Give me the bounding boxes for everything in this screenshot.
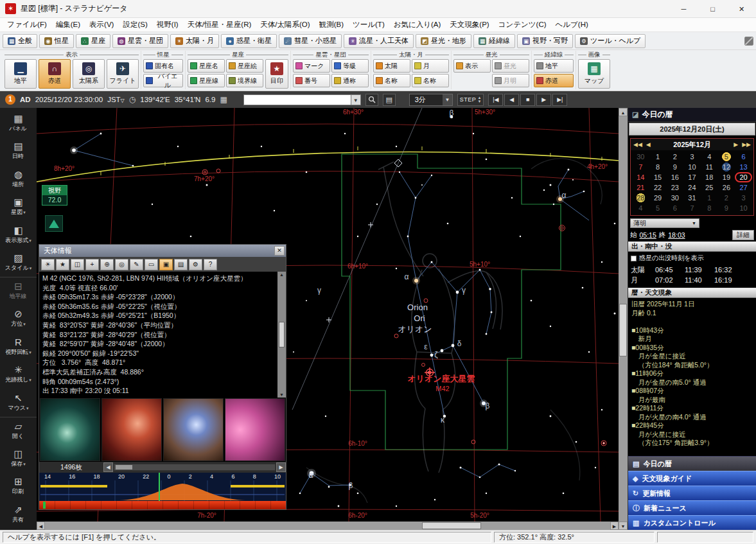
calendar-day[interactable]: 16: [666, 172, 683, 182]
info-badge[interactable]: 1: [5, 94, 15, 105]
vertical-scrollbar[interactable]: ▲ ▼: [619, 108, 628, 530]
calendar-prev-year-icon[interactable]: ◀◀: [633, 141, 643, 148]
scrollbar-thumb[interactable]: [116, 465, 132, 469]
info-tool-button[interactable]: ⚙: [189, 259, 202, 270]
toolbar-toggle-button[interactable]: 表示: [453, 59, 491, 73]
menu-item[interactable]: 表示(V): [85, 19, 118, 31]
calendar-day[interactable]: 20: [735, 172, 752, 182]
calendar-day[interactable]: 6: [666, 203, 683, 213]
step-control[interactable]: STEP ▲▼: [457, 94, 484, 106]
tab-category-button[interactable]: ∴星座: [76, 34, 110, 48]
panel-nav-button[interactable]: ▥カスタムコントロール: [628, 515, 756, 530]
toolbar-toggle-button[interactable]: 番号: [293, 74, 330, 87]
scroll-right-icon[interactable]: ▶: [610, 522, 619, 530]
info-tool-button[interactable]: ?: [204, 259, 217, 270]
calendar-day[interactable]: 6: [735, 152, 752, 162]
sidebar-item[interactable]: ◧表示形式▾: [0, 221, 37, 249]
menu-item[interactable]: コンテンツ(C): [494, 19, 551, 31]
tab-category-button[interactable]: ◍星雲・星団: [112, 34, 168, 48]
sidebar-item[interactable]: ▣星図▾: [0, 193, 37, 222]
tab-category-button[interactable]: ●惑星・衛星: [221, 34, 277, 48]
sidebar-item[interactable]: ⊞印刷: [0, 473, 37, 501]
calendar-day[interactable]: 8: [701, 203, 718, 213]
calendar-day[interactable]: 4: [632, 203, 649, 213]
toolbar-toggle-button[interactable]: 星座名: [188, 59, 225, 73]
calendar-day[interactable]: 26: [718, 182, 735, 193]
info-tool-button[interactable]: ◎: [115, 259, 128, 270]
calendar-day[interactable]: 13: [735, 162, 752, 172]
toolbar-toggle-button[interactable]: 通称: [331, 74, 369, 87]
menu-item[interactable]: お気に入り(A): [389, 19, 446, 31]
info-tool-button[interactable]: ◫: [71, 259, 84, 270]
tab-category-button[interactable]: ▦経緯線: [473, 34, 515, 48]
photo-scroll-left-icon[interactable]: ◀: [103, 462, 113, 472]
magnitude-icon[interactable]: ▦: [220, 95, 227, 104]
calendar-day[interactable]: 25: [701, 182, 718, 193]
twilight-end-time[interactable]: 18:03: [668, 231, 685, 239]
sidebar-item[interactable]: R視野回転▾: [0, 333, 37, 361]
calendar-prev-month-icon[interactable]: ◀: [646, 141, 651, 148]
transport-button[interactable]: ◀: [504, 94, 519, 106]
toolbar-toggle-button[interactable]: バイエル: [143, 74, 183, 87]
close-button[interactable]: ✕: [727, 0, 756, 18]
photo-thumbnail[interactable]: [225, 398, 285, 461]
time-step-dropdown[interactable]: 3分 ▼: [409, 94, 453, 106]
tab-category-button[interactable]: ☀太陽・月: [170, 34, 219, 48]
menu-item[interactable]: 視野(I): [152, 19, 183, 31]
calendar-day[interactable]: 30: [666, 193, 683, 203]
calendar-day[interactable]: 29: [649, 193, 667, 203]
toolbar-toggle-button[interactable]: 名称: [412, 74, 449, 87]
calendar-day[interactable]: 22: [649, 182, 667, 193]
calendar-day[interactable]: 30: [632, 152, 649, 162]
toolbar-toggle-button[interactable]: 赤道: [534, 74, 574, 87]
photo-thumbnail[interactable]: [40, 398, 100, 461]
toolbar-mode-button[interactable]: ★ 目印: [265, 59, 288, 89]
calendar-day[interactable]: 11: [701, 162, 718, 172]
calendar-day[interactable]: 4: [701, 152, 718, 162]
calendar-day[interactable]: 8: [649, 162, 667, 172]
calendar-next-month-icon[interactable]: ▶: [733, 141, 739, 148]
calendar-day[interactable]: 24: [683, 182, 701, 193]
sidebar-item[interactable]: ◫保存▾: [0, 444, 37, 473]
calendar-day[interactable]: 5: [649, 203, 667, 213]
calendar-day[interactable]: 2: [666, 152, 683, 162]
longitude-value[interactable]: 139°42'E: [140, 96, 170, 103]
menu-item[interactable]: 編集(E): [51, 19, 85, 31]
calendar-day[interactable]: 27: [735, 182, 752, 193]
toolbar-toggle-button[interactable]: 星座絵: [226, 59, 263, 73]
timezone-dropdown[interactable]: JST▽: [107, 96, 125, 103]
clock-icon[interactable]: ◷: [129, 95, 136, 104]
visibility-timeline[interactable]: 14161820220246810: [39, 473, 286, 501]
limiting-magnitude-value[interactable]: 6.9: [205, 96, 215, 103]
calendar-day[interactable]: 1: [701, 193, 718, 203]
menu-item[interactable]: ツール(T): [348, 19, 389, 31]
toolbar-toggle-button[interactable]: 星座線: [188, 74, 225, 87]
info-panel-scrollbar[interactable]: ▲ ▼: [277, 272, 286, 398]
calendar-day[interactable]: 1: [649, 152, 667, 162]
tab-category-button[interactable]: ▣視野・写野: [517, 34, 573, 48]
toolbar-mode-button[interactable]: ▁地平: [4, 59, 37, 89]
minimize-button[interactable]: ─: [669, 0, 698, 18]
calendar-day[interactable]: 17: [683, 172, 701, 182]
panel-nav-button[interactable]: ↻更新情報: [628, 486, 756, 500]
calendar-day[interactable]: 10: [735, 203, 752, 213]
tab-category-button[interactable]: ✳流星・人工天体: [344, 34, 414, 48]
search-icon[interactable]: [365, 94, 378, 106]
sidebar-item[interactable]: ◍場所: [0, 165, 37, 193]
tab-category-button[interactable]: ▦全般: [3, 34, 37, 48]
transport-button[interactable]: ▶: [536, 94, 551, 106]
sidebar-item[interactable]: ▦パネル: [0, 109, 37, 137]
tab-category-button[interactable]: ⚙ツール・ヘルプ: [575, 34, 646, 48]
menu-item[interactable]: ファイル(F): [3, 19, 51, 31]
menu-item[interactable]: 設定(S): [118, 19, 152, 31]
latitude-value[interactable]: 35°41'N: [175, 96, 201, 103]
sidebar-item[interactable]: ⇗共有: [0, 500, 37, 529]
calendar-day[interactable]: 12: [718, 162, 735, 172]
scroll-down-icon[interactable]: ▼: [279, 392, 284, 397]
calendar-day[interactable]: 23: [666, 182, 683, 193]
sidebar-item[interactable]: ▱開く: [0, 417, 37, 445]
calendar-day[interactable]: 3: [683, 152, 701, 162]
info-tool-button[interactable]: ▭: [145, 259, 158, 270]
panel-nav-button[interactable]: ▤今日の暦: [628, 456, 756, 471]
toolbar-mode-button[interactable]: ✈フライト: [107, 59, 139, 89]
